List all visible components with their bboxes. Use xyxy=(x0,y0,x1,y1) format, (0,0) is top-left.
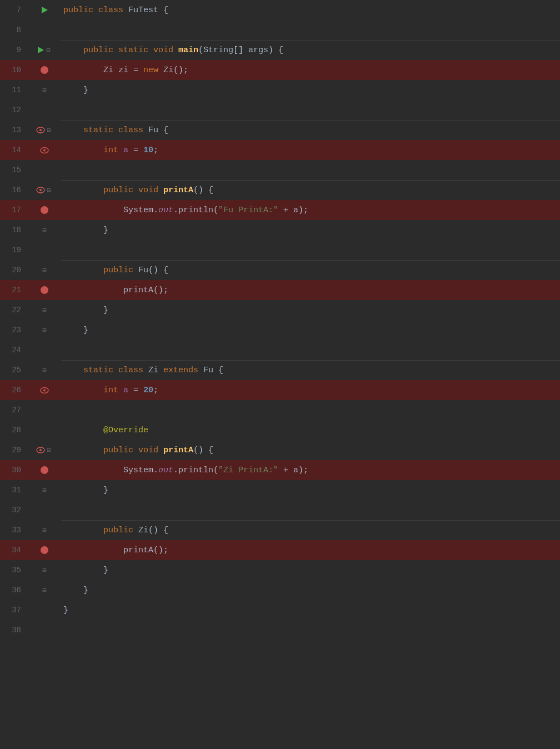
code-line-8: 8 xyxy=(0,20,560,40)
gutter-17[interactable] xyxy=(28,206,61,214)
eye-up-icon-29[interactable]: ↑ xyxy=(36,446,45,455)
gutter-23[interactable]: ⊟ xyxy=(28,326,61,334)
code-content-30: System.out.println("Zi PrintA:" + a); xyxy=(61,466,560,475)
code-line-35: 35 ⊟ } xyxy=(0,560,560,580)
code-content-20: public Fu() { xyxy=(61,266,560,275)
breakpoint-icon-34[interactable] xyxy=(41,546,48,554)
line-num-16: 16 xyxy=(0,186,28,194)
breakpoint-icon-17[interactable] xyxy=(41,206,48,214)
gutter-34[interactable] xyxy=(28,546,61,554)
code-line-26: 26 int a = 20; xyxy=(0,380,560,400)
gutter-7[interactable] xyxy=(28,6,61,14)
code-line-18: 18 ⊟ } xyxy=(0,220,560,240)
line-num-25: 25 xyxy=(0,366,28,374)
code-line-20: 20 ⊟ public Fu() { xyxy=(0,260,560,280)
line-num-13: 13 xyxy=(0,126,28,134)
play-icon-7[interactable] xyxy=(41,6,48,14)
fold-icon-36[interactable]: ⊟ xyxy=(41,586,48,594)
gutter-36[interactable]: ⊟ xyxy=(28,586,61,594)
code-line-30: 30 System.out.println("Zi PrintA:" + a); xyxy=(0,460,560,480)
eye-icon-16[interactable]: ↓ xyxy=(36,186,45,194)
line-num-19: 19 xyxy=(0,246,28,254)
svg-text:↓: ↓ xyxy=(39,131,42,134)
fold-icon-13[interactable]: ⊟ xyxy=(45,126,53,134)
line-num-37: 37 xyxy=(0,606,28,615)
line-num-38: 38 xyxy=(0,626,28,635)
fold-icon-20[interactable]: ⊟ xyxy=(41,266,48,274)
gutter-20[interactable]: ⊟ xyxy=(28,266,61,274)
fold-icon-11[interactable]: ⊟ xyxy=(41,86,48,94)
line-num-23: 23 xyxy=(0,326,28,334)
code-content-11: } xyxy=(61,86,560,95)
line-num-22: 22 xyxy=(0,306,28,314)
code-content-7: public class FuTest { xyxy=(61,6,560,15)
code-content-9: public static void main(String[] args) { xyxy=(61,46,560,55)
gutter-13[interactable]: ↓ ⊟ xyxy=(28,126,61,134)
line-num-15: 15 xyxy=(0,166,28,174)
code-line-9: 9 ⊟ public static void main(String[] arg… xyxy=(0,40,560,60)
gutter-18[interactable]: ⊟ xyxy=(28,226,61,234)
gutter-11[interactable]: ⊟ xyxy=(28,86,61,94)
code-editor: 7 public class FuTest { 8 9 ⊟ public sta… xyxy=(0,0,560,640)
line-num-17: 17 xyxy=(0,206,28,214)
fold-icon-23[interactable]: ⊟ xyxy=(41,326,48,334)
breakpoint-icon-30[interactable] xyxy=(41,466,48,474)
gutter-26[interactable] xyxy=(28,386,61,395)
gutter-35[interactable]: ⊟ xyxy=(28,566,61,574)
code-content-16: public void printA() { xyxy=(61,186,560,195)
code-line-36: 36 ⊟ } xyxy=(0,580,560,600)
fold-icon-35[interactable]: ⊟ xyxy=(41,566,48,574)
line-num-12: 12 xyxy=(0,106,28,114)
line-num-24: 24 xyxy=(0,346,28,354)
code-line-19: 19 xyxy=(0,240,560,260)
code-content-33: public Zi() { xyxy=(61,526,560,535)
gutter-21[interactable] xyxy=(28,286,61,294)
fold-icon-9[interactable]: ⊟ xyxy=(44,46,52,54)
code-line-10: 10 Zi zi = new Zi(); xyxy=(0,60,560,80)
svg-marker-0 xyxy=(42,7,48,13)
code-content-25: static class Zi extends Fu { xyxy=(61,366,560,375)
gutter-14[interactable] xyxy=(28,146,61,154)
breakpoint-icon-10[interactable] xyxy=(41,66,48,74)
play-icon-9[interactable] xyxy=(37,46,44,54)
code-line-15: 15 xyxy=(0,160,560,180)
svg-point-11 xyxy=(43,389,46,391)
fold-icon-31[interactable]: ⊟ xyxy=(41,486,48,494)
gutter-29[interactable]: ↑ ⊟ xyxy=(28,446,61,455)
fold-icon-18[interactable]: ⊟ xyxy=(41,226,48,234)
breakpoint-icon-21[interactable] xyxy=(41,286,48,294)
code-content-22: } xyxy=(61,306,560,315)
code-line-11: 11 ⊟ } xyxy=(0,80,560,100)
gutter-25[interactable]: ⊟ xyxy=(28,366,61,374)
line-num-29: 29 xyxy=(0,446,28,455)
code-content-34: printA(); xyxy=(61,546,560,555)
code-line-31: 31 ⊟ } xyxy=(0,480,560,500)
gutter-30[interactable] xyxy=(28,466,61,474)
fold-icon-29[interactable]: ⊟ xyxy=(45,446,53,454)
gutter-10[interactable] xyxy=(28,66,61,74)
code-content-29: public void printA() { xyxy=(61,446,560,455)
code-content-18: } xyxy=(61,226,560,235)
fold-icon-16[interactable]: ⊟ xyxy=(45,186,53,194)
code-line-21: 21 printA(); xyxy=(0,280,560,300)
eye-icon-14[interactable] xyxy=(40,146,49,154)
code-line-38: 38 xyxy=(0,620,560,640)
line-num-9: 9 xyxy=(0,46,28,54)
line-num-28: 28 xyxy=(0,426,28,435)
gutter-9[interactable]: ⊟ xyxy=(28,46,61,54)
code-content-28: @Override xyxy=(61,426,560,435)
gutter-16[interactable]: ↓ ⊟ xyxy=(28,186,61,194)
eye-icon-26[interactable] xyxy=(40,386,49,395)
line-num-7: 7 xyxy=(0,6,28,14)
fold-icon-25[interactable]: ⊟ xyxy=(41,366,48,374)
gutter-31[interactable]: ⊟ xyxy=(28,486,61,494)
code-line-23: 23 ⊟ } xyxy=(0,320,560,340)
code-content-23: } xyxy=(61,326,560,335)
eye-icon-13[interactable]: ↓ xyxy=(36,126,45,134)
gutter-22[interactable]: ⊟ xyxy=(28,306,61,314)
fold-icon-22[interactable]: ⊟ xyxy=(41,306,48,314)
gutter-33[interactable]: ⊟ xyxy=(28,526,61,534)
line-num-21: 21 xyxy=(0,286,28,294)
line-num-10: 10 xyxy=(0,66,28,74)
fold-icon-33[interactable]: ⊟ xyxy=(41,526,48,534)
